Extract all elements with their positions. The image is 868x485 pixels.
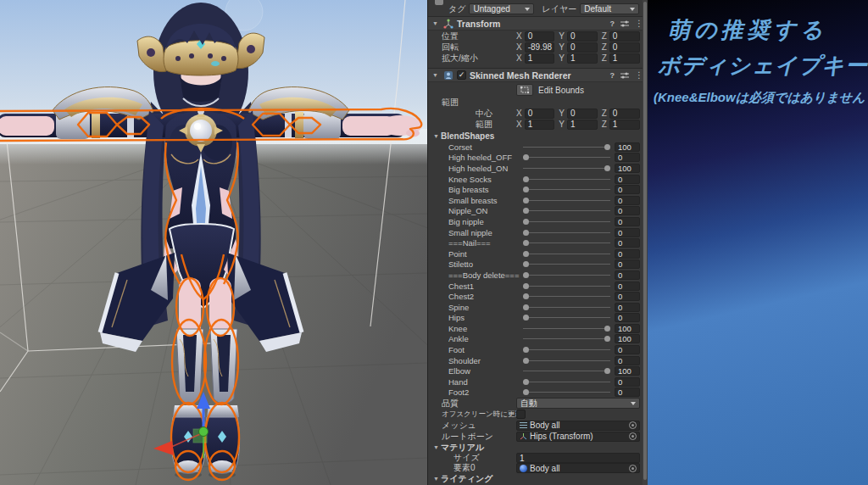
blendshape-slider[interactable] [523, 153, 610, 162]
slider-handle[interactable] [523, 187, 529, 192]
blendshape-slider[interactable] [523, 282, 610, 291]
axis-field-y[interactable]: 0 [567, 109, 598, 119]
blendshape-slider[interactable] [523, 228, 610, 237]
slider-handle[interactable] [523, 251, 529, 257]
blendshape-value[interactable]: 0 [615, 259, 640, 269]
slider-handle[interactable] [523, 293, 529, 299]
axis-field-z[interactable]: 0 [609, 31, 640, 42]
slider-handle[interactable] [523, 154, 529, 160]
blendshape-value[interactable]: 100 [615, 164, 640, 173]
blendshape-slider[interactable] [523, 185, 610, 194]
foldout-icon[interactable]: ▼ [432, 72, 440, 78]
slider-handle[interactable] [523, 261, 529, 267]
blendshape-value[interactable]: 0 [615, 249, 640, 259]
blendshape-slider[interactable] [523, 366, 610, 376]
blendshape-slider[interactable] [523, 196, 610, 205]
slider-handle[interactable] [523, 283, 529, 289]
tag-dropdown[interactable]: Untagged [469, 3, 533, 14]
blendshape-value[interactable]: 0 [615, 282, 640, 291]
blendshape-slider[interactable] [523, 206, 610, 215]
blendshape-value[interactable]: 0 [615, 217, 640, 226]
slider-handle[interactable] [604, 368, 610, 374]
blendshape-value[interactable]: 0 [615, 238, 640, 248]
slider-handle[interactable] [604, 326, 610, 332]
blendshape-slider[interactable] [523, 345, 610, 354]
slider-handle[interactable] [523, 198, 529, 203]
blendshape-slider[interactable] [523, 303, 610, 312]
mesh-object-field[interactable]: Body all [516, 421, 640, 431]
scrollbar-thumb[interactable] [643, 2, 647, 480]
axis-field-y[interactable]: 1 [567, 53, 598, 64]
blendshape-slider[interactable] [523, 313, 610, 322]
slider-handle[interactable] [604, 165, 610, 171]
foldout-icon[interactable]: ▼ [433, 133, 441, 139]
blendshape-slider[interactable] [523, 292, 610, 301]
blendshape-value[interactable]: 0 [615, 270, 640, 280]
blendshape-slider[interactable] [523, 164, 610, 173]
blendshape-value[interactable]: 0 [615, 303, 640, 312]
quality-dropdown[interactable]: 自動 [516, 398, 640, 409]
size-field[interactable]: 1 [516, 453, 640, 463]
blendshape-value[interactable]: 100 [615, 142, 640, 152]
transform-header[interactable]: ▼ Transform ? ⋮ [428, 16, 648, 31]
slider-handle[interactable] [523, 176, 529, 182]
blendshape-value[interactable]: 100 [615, 324, 640, 333]
slider-handle[interactable] [604, 144, 610, 150]
axis-field-x[interactable]: 0 [525, 109, 555, 119]
blendshape-value[interactable]: 100 [615, 334, 640, 343]
blendshape-slider[interactable] [523, 270, 610, 280]
axis-field-y[interactable]: 1 [567, 120, 598, 130]
blendshape-slider[interactable] [523, 142, 610, 152]
help-icon[interactable]: ? [610, 20, 615, 28]
axis-field-y[interactable]: 0 [567, 31, 598, 42]
element0-object-field[interactable]: Body all [516, 463, 640, 473]
slider-handle[interactable] [523, 219, 529, 225]
foldout-icon[interactable]: ▼ [433, 476, 441, 482]
blendshape-value[interactable]: 0 [615, 387, 640, 397]
object-picker-icon[interactable] [629, 432, 637, 440]
blendshape-slider[interactable] [523, 387, 610, 397]
blendshape-slider[interactable] [523, 334, 610, 343]
lighting-foldout[interactable]: ライティング [441, 473, 492, 485]
slider-handle[interactable] [604, 336, 610, 342]
blendshape-slider[interactable] [523, 175, 610, 184]
blendshape-slider[interactable] [523, 238, 610, 248]
root-bone-object-field[interactable]: Hips (Transform) [516, 432, 640, 442]
axis-field-x[interactable]: 1 [525, 53, 555, 64]
blendshape-slider[interactable] [523, 217, 610, 226]
slider-handle[interactable] [523, 347, 529, 353]
blendshape-slider[interactable] [523, 259, 610, 269]
edit-bounds-button[interactable] [516, 84, 533, 96]
blendshape-value[interactable]: 0 [615, 228, 640, 237]
presets-icon[interactable] [620, 71, 629, 80]
slider-handle[interactable] [523, 230, 529, 236]
blendshape-value[interactable]: 0 [615, 292, 640, 301]
axis-field-x[interactable]: 0 [525, 31, 555, 42]
slider-handle[interactable] [523, 379, 529, 385]
blendshape-slider[interactable] [523, 249, 610, 259]
blendshape-value[interactable]: 0 [615, 356, 640, 365]
help-icon[interactable]: ? [610, 71, 615, 80]
axis-field-z[interactable]: 1 [609, 53, 640, 64]
axis-field-z[interactable]: 0 [609, 42, 640, 53]
slider-handle[interactable] [523, 389, 529, 395]
presets-icon[interactable] [620, 20, 629, 28]
smr-header[interactable]: ▼ ✓ Skinned Mesh Renderer ? ⋮ [428, 68, 648, 82]
object-picker-icon[interactable] [629, 465, 637, 472]
foldout-icon[interactable]: ▼ [432, 20, 440, 26]
blendshape-value[interactable]: 0 [615, 377, 640, 387]
scene-view[interactable] [0, 0, 427, 485]
blendshape-value[interactable]: 0 [615, 345, 640, 354]
blendshapes-foldout[interactable]: BlendShapes [441, 131, 494, 141]
blendshape-slider[interactable] [523, 356, 610, 365]
slider-handle[interactable] [523, 240, 529, 246]
axis-field-z[interactable]: 0 [609, 109, 640, 119]
axis-field-x[interactable]: 1 [525, 120, 555, 130]
enabled-checkbox[interactable]: ✓ [457, 70, 466, 80]
blendshape-value[interactable]: 0 [615, 175, 640, 184]
slider-handle[interactable] [523, 315, 529, 321]
axis-field-x[interactable]: -89.98 [525, 42, 555, 53]
update-offscreen-checkbox[interactable] [516, 410, 526, 419]
blendshape-value[interactable]: 100 [615, 366, 640, 376]
slider-handle[interactable] [523, 208, 529, 214]
